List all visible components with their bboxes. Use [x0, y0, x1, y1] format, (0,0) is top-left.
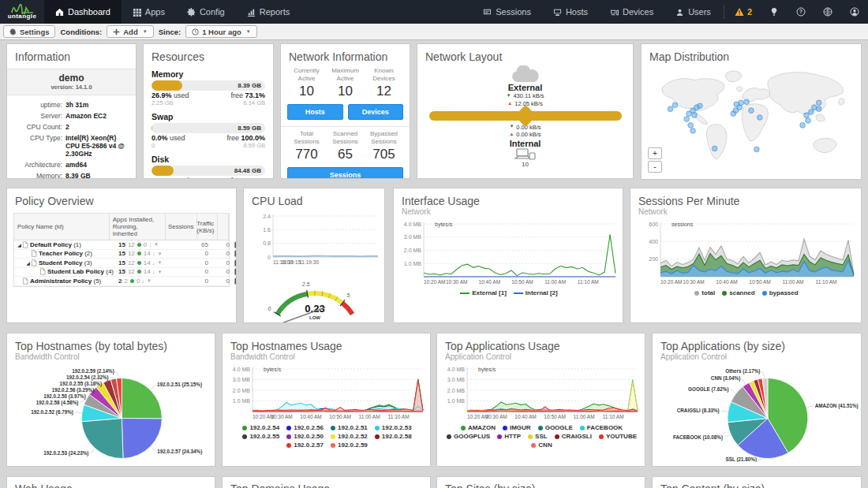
- legend-item[interactable]: IMGUR: [503, 424, 531, 432]
- legend-item[interactable]: SSL: [528, 433, 548, 441]
- continent-shape: [768, 73, 844, 114]
- sessions-button[interactable]: Sessions: [287, 167, 403, 179]
- interface-bar[interactable]: [429, 111, 622, 121]
- column-header[interactable]: Sessions: [166, 214, 197, 240]
- legend-item[interactable]: CRAIGSLI: [555, 433, 592, 441]
- chevron-down-icon[interactable]: ▼: [157, 270, 162, 274]
- nav-item-users[interactable]: Users: [664, 0, 722, 24]
- legend-item[interactable]: bypassed: [762, 289, 799, 297]
- open-report-icon[interactable]: [234, 259, 238, 266]
- legend-item[interactable]: Internal [2]: [514, 289, 558, 297]
- hosts-button[interactable]: Hosts: [287, 104, 343, 120]
- open-report-icon[interactable]: [234, 250, 238, 257]
- legend-item[interactable]: total: [694, 289, 715, 297]
- legend-item[interactable]: 192.0.2.55: [242, 433, 279, 441]
- legend-item[interactable]: AMAZON: [461, 424, 496, 432]
- legend-item[interactable]: FACEBOOK: [580, 424, 623, 432]
- legend-item[interactable]: 192.0.2.53: [375, 424, 412, 432]
- world-map[interactable]: [647, 64, 855, 173]
- map-location-dot[interactable]: [804, 113, 810, 118]
- nav-item-config[interactable]: Config: [176, 0, 236, 24]
- map-location-dot[interactable]: [672, 102, 678, 108]
- legend-item[interactable]: GOOGLE: [538, 424, 573, 432]
- open-report-icon[interactable]: [234, 241, 238, 248]
- policy-row[interactable]: ◢Student Policy (3)151214 ↓▼00: [14, 259, 229, 268]
- account-button[interactable]: [841, 0, 868, 24]
- map-location-dot[interactable]: [816, 106, 821, 112]
- legend-item[interactable]: 192.0.2.54: [242, 424, 279, 432]
- pie-slice[interactable]: [122, 419, 162, 459]
- add-condition-button[interactable]: Add ▼: [107, 25, 153, 38]
- pie-label: CNN (3.04%): [711, 375, 740, 382]
- legend-dot-icon: [242, 434, 247, 439]
- map-location-dot[interactable]: [806, 118, 811, 124]
- map-location-dot[interactable]: [739, 100, 744, 106]
- map-location-dot[interactable]: [731, 111, 736, 117]
- column-header[interactable]: Apps Installed, Running, Inherited: [110, 214, 166, 240]
- chevron-down-icon[interactable]: ▼: [154, 242, 159, 247]
- legend-item[interactable]: CNN: [531, 441, 552, 449]
- legend-item[interactable]: 192.0.2.59: [331, 441, 368, 449]
- nav-item-dashboard[interactable]: Dashboard: [44, 0, 122, 24]
- map-location-dot[interactable]: [712, 146, 717, 151]
- map-location-dot[interactable]: [744, 99, 750, 105]
- map-location-dot[interactable]: [688, 123, 694, 129]
- devices-button[interactable]: Devices: [348, 104, 404, 120]
- legend-item[interactable]: scanned: [722, 289, 754, 297]
- chevron-down-icon[interactable]: ▼: [147, 278, 152, 283]
- map-location-dot[interactable]: [800, 123, 806, 129]
- nav-item-reports[interactable]: Reports: [236, 0, 301, 24]
- chevron-down-icon[interactable]: ▼: [157, 260, 162, 265]
- legend-item[interactable]: HTTP: [497, 433, 521, 441]
- legend-item[interactable]: GOOGPLUS: [447, 433, 490, 441]
- legend-item[interactable]: 192.0.2.56: [286, 424, 324, 432]
- map-location-dot[interactable]: [754, 147, 760, 152]
- help-button[interactable]: ?: [788, 0, 814, 24]
- nav-item-label: Hosts: [566, 7, 588, 17]
- policy-row[interactable]: Administrator Policy (5)220 ↓▼00: [14, 277, 229, 286]
- settings-button[interactable]: Settings: [3, 25, 55, 38]
- legend-item[interactable]: External [1]: [460, 289, 507, 297]
- tree-expander-icon[interactable]: ◢: [17, 242, 22, 248]
- stat: Total Sessions770: [287, 130, 326, 162]
- open-report-icon[interactable]: [234, 278, 238, 285]
- gauge-status: LOW: [309, 315, 320, 320]
- open-report-icon[interactable]: [234, 268, 238, 275]
- untangle-logo[interactable]: untangle: [0, 0, 44, 24]
- legend-item[interactable]: YOUTUBE: [599, 433, 637, 441]
- alerts-button[interactable]: 2: [726, 0, 761, 24]
- policy-row[interactable]: ◢Default Policy (1)15120 ↓▼650: [14, 240, 229, 250]
- bulb-button[interactable]: [761, 0, 788, 24]
- nav-item-devices[interactable]: Devices: [599, 0, 664, 24]
- map-location-dot[interactable]: [684, 117, 690, 122]
- map-location-dot[interactable]: [698, 103, 703, 109]
- info-value: 3h 31m: [65, 101, 88, 109]
- zoom-out-button[interactable]: -: [648, 161, 662, 173]
- nav-item-sessions[interactable]: Sessions: [472, 0, 542, 24]
- legend-item[interactable]: 192.0.2.57: [286, 441, 324, 449]
- column-header[interactable]: Policy Name (id): [14, 214, 110, 240]
- zoom-in-button[interactable]: +: [648, 147, 662, 159]
- map-location-dot[interactable]: [668, 106, 673, 112]
- legend-item[interactable]: 192.0.2.51: [331, 424, 368, 432]
- legend-item[interactable]: 192.0.2.50: [286, 433, 324, 441]
- map-location-dot[interactable]: [692, 113, 698, 118]
- map-location-dot[interactable]: [816, 100, 821, 106]
- policy-row[interactable]: Teacher Policy (2)151214 ↓▼00: [14, 250, 229, 259]
- map-location-dot[interactable]: [690, 128, 696, 133]
- map-location-dot[interactable]: [809, 110, 814, 115]
- globe-button[interactable]: [814, 0, 841, 24]
- nav-item-apps[interactable]: Apps: [122, 0, 176, 24]
- legend-dot-icon: [528, 434, 533, 439]
- chevron-down-icon[interactable]: ▼: [157, 251, 162, 256]
- map-location-dot[interactable]: [749, 108, 754, 114]
- legend-item[interactable]: 192.0.2.58: [375, 433, 412, 441]
- since-dropdown[interactable]: 1 Hour ago ▼: [185, 25, 257, 38]
- pie-slice[interactable]: [122, 378, 162, 419]
- column-header[interactable]: Traffic (KB/s): [197, 214, 218, 240]
- policy-row[interactable]: Student Lab Policy (4)151214 ↓▼00: [14, 268, 229, 278]
- nav-item-hosts[interactable]: Hosts: [542, 0, 599, 24]
- legend-item[interactable]: 192.0.2.52: [331, 433, 368, 441]
- tree-expander-icon[interactable]: ◢: [25, 260, 31, 266]
- map-location-dot[interactable]: [757, 115, 762, 121]
